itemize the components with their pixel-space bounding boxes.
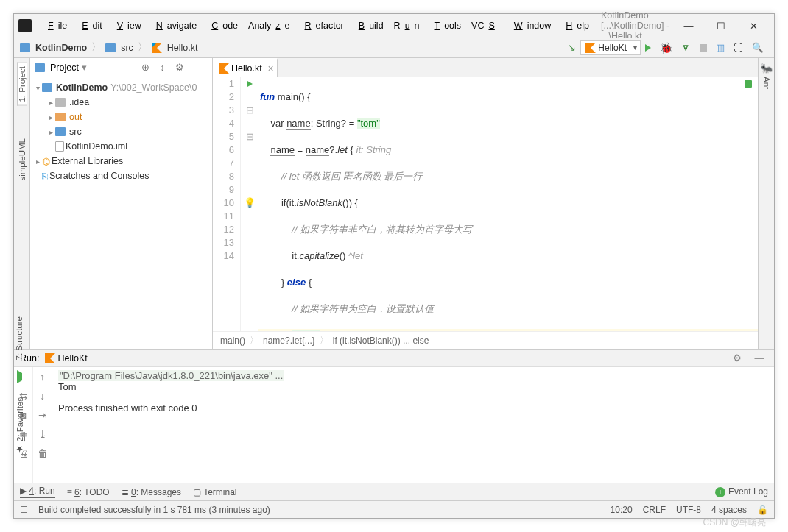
folder-icon — [20, 43, 30, 52]
tool-tab-project[interactable]: 1: Project — [17, 63, 27, 106]
tree-item-iml[interactable]: KotlinDemo.iml — [30, 139, 212, 154]
settings-gear-icon[interactable]: ⚙ — [172, 60, 188, 75]
tree-item-idea[interactable]: ▸.idea — [30, 95, 212, 110]
rerun-button[interactable] — [17, 370, 30, 383]
editor: Hello.kt × 1234567891011121314 ⊟⊟ 💡 fun … — [213, 58, 758, 349]
tool-tab-simpleuml[interactable]: simpleUML — [18, 135, 27, 184]
bottom-tab-todo[interactable]: ≡ 6: TODO — [67, 487, 110, 497]
menu-edit[interactable]: Edit — [73, 18, 107, 33]
window-close-button[interactable]: ✕ — [737, 15, 770, 36]
tree-external-libs[interactable]: ▸⌬External Libraries — [30, 154, 212, 169]
caret-position[interactable]: 10:20 — [611, 505, 633, 515]
search-everywhere-button[interactable]: 🔍 — [748, 40, 767, 55]
indent-info[interactable]: 4 spaces — [711, 505, 747, 515]
run-toolbar-left-2: ↑ ↓ ⇥ ⤓ 🗑 — [33, 367, 52, 483]
main-menu: File Edit View Navigate Code Analyze Ref… — [39, 18, 594, 33]
menu-analyze[interactable]: Analyze — [244, 18, 294, 33]
status-bar: ☐ Build completed successfully in 1 s 78… — [14, 500, 774, 518]
run-output[interactable]: "D:\Program Files\Java\jdk1.8.0_221\bin\… — [52, 367, 774, 483]
tool-tab-ant[interactable]: Ant — [762, 74, 771, 92]
app-logo-icon — [18, 19, 32, 32]
folder-icon — [55, 113, 66, 121]
crumb-if[interactable]: if (it.isNotBlank()) ... else — [333, 336, 429, 346]
close-tab-icon[interactable]: × — [268, 63, 274, 74]
scroll-to-source-icon[interactable]: ⊕ — [138, 60, 153, 75]
nav-toolbar: KotlinDemo 〉 src 〉 Hello.kt ↘ HelloKt 🐞 … — [14, 38, 774, 58]
breadcrumb-file[interactable]: Hello.kt — [167, 43, 198, 53]
error-stripe — [745, 77, 752, 331]
hide-run-panel-icon[interactable]: — — [751, 350, 768, 366]
status-window-icon[interactable]: ☐ — [20, 505, 28, 515]
menu-vcs[interactable]: VCS — [467, 18, 504, 33]
stop-button[interactable] — [696, 42, 711, 54]
run-button[interactable] — [641, 42, 655, 54]
wrap-button[interactable]: ⇥ — [36, 408, 49, 422]
menu-view[interactable]: View — [108, 18, 146, 33]
tab-hello-kt[interactable]: Hello.kt × — [213, 58, 278, 77]
scroll-end-button[interactable]: ⤓ — [36, 428, 49, 441]
menu-run[interactable]: Run — [390, 18, 424, 33]
crumb-let[interactable]: name?.let{...} — [263, 336, 315, 346]
scratch-icon: ⎘ — [42, 171, 48, 182]
status-message: Build completed successfully in 1 s 781 … — [38, 505, 270, 515]
run-config-selector[interactable]: HelloKt — [580, 40, 641, 55]
lock-icon[interactable]: 🔓 — [757, 505, 768, 515]
menu-help[interactable]: Help — [557, 18, 594, 33]
up-button[interactable]: ↑ — [36, 370, 49, 383]
code-area[interactable]: fun main() { var name: String? = "tom" n… — [258, 77, 758, 331]
bottom-tab-terminal[interactable]: ▢ Terminal — [193, 487, 236, 497]
breadcrumb-root[interactable]: KotlinDemo — [35, 43, 87, 53]
tree-root-path: Y:\002_WorkSpace\0 — [110, 82, 197, 93]
bottom-tab-run[interactable]: ▶ 4: Run — [20, 486, 55, 498]
chevron-right-icon: 〉 — [138, 41, 147, 54]
window-title: KotlinDemo [...\KotlinDemo] - ...\Hello.… — [594, 10, 672, 41]
tree-item-out[interactable]: ▸out — [30, 110, 212, 124]
line-separator[interactable]: CRLF — [643, 505, 666, 515]
debug-button[interactable]: 🐞 — [656, 40, 676, 56]
menu-build[interactable]: Build — [350, 18, 388, 33]
run-gutter-icon[interactable] — [247, 81, 253, 87]
left-tool-strip: 1: Project simpleUML — [14, 58, 30, 349]
bottom-tab-messages[interactable]: ≣ 0: Messages — [122, 487, 181, 497]
folder-icon — [35, 63, 45, 72]
tree-item-src[interactable]: ▸src — [30, 124, 212, 139]
run-settings-gear-icon[interactable]: ⚙ — [729, 350, 745, 366]
trash-button[interactable]: 🗑 — [36, 447, 49, 460]
kotlin-icon — [585, 43, 596, 53]
down-button[interactable]: ↓ — [36, 389, 49, 402]
svg-marker-3 — [219, 63, 229, 74]
menu-tools[interactable]: Tools — [426, 18, 466, 33]
breadcrumb-src[interactable]: src — [121, 43, 133, 53]
svg-marker-2 — [585, 43, 596, 53]
tree-scratches[interactable]: ⎘Scratches and Consoles — [30, 169, 212, 183]
chevron-right-icon: 〉 — [91, 41, 101, 54]
menu-code[interactable]: Code — [203, 18, 242, 33]
folder-icon — [105, 43, 116, 52]
build-hammer-icon[interactable]: ↘ — [564, 40, 580, 55]
coverage-button[interactable]: ⛛ — [678, 40, 694, 55]
menu-navigate[interactable]: Navigate — [147, 18, 201, 33]
project-structure-button[interactable]: ▥ — [712, 40, 728, 55]
bottom-tab-eventlog[interactable]: iEvent Log — [715, 486, 768, 497]
output-line: Tom — [58, 381, 768, 392]
editor-body[interactable]: 1234567891011121314 ⊟⊟ 💡 fun main() { va… — [213, 77, 758, 331]
tool-tab-structure[interactable]: 7: Structure — [15, 316, 24, 360]
hide-pane-icon[interactable]: — — [191, 60, 208, 75]
window-minimize-button[interactable]: — — [672, 15, 705, 36]
tool-tab-favorites[interactable]: ★ 2: Favorites — [15, 397, 25, 454]
crumb-main[interactable]: main() — [220, 336, 245, 346]
menu-refactor[interactable]: Refactor — [296, 18, 348, 33]
collapse-all-icon[interactable]: ↕ — [156, 60, 168, 75]
folder-icon — [55, 98, 66, 107]
file-encoding[interactable]: UTF-8 — [676, 505, 701, 515]
project-tree: ▾ KotlinDemo Y:\002_WorkSpace\0 ▸.idea ▸… — [30, 77, 212, 186]
menu-file[interactable]: File — [39, 18, 71, 33]
app-window: File Edit View Navigate Code Analyze Ref… — [13, 13, 775, 519]
menu-window[interactable]: Window — [505, 18, 555, 33]
lightbulb-icon[interactable]: 💡 — [244, 196, 256, 210]
folder-icon — [55, 127, 66, 136]
window-maximize-button[interactable]: ☐ — [705, 15, 737, 36]
tree-root[interactable]: ▾ KotlinDemo Y:\002_WorkSpace\0 — [30, 80, 212, 95]
library-icon: ⌬ — [42, 156, 50, 167]
layout-button[interactable]: ⛶ — [730, 40, 747, 55]
